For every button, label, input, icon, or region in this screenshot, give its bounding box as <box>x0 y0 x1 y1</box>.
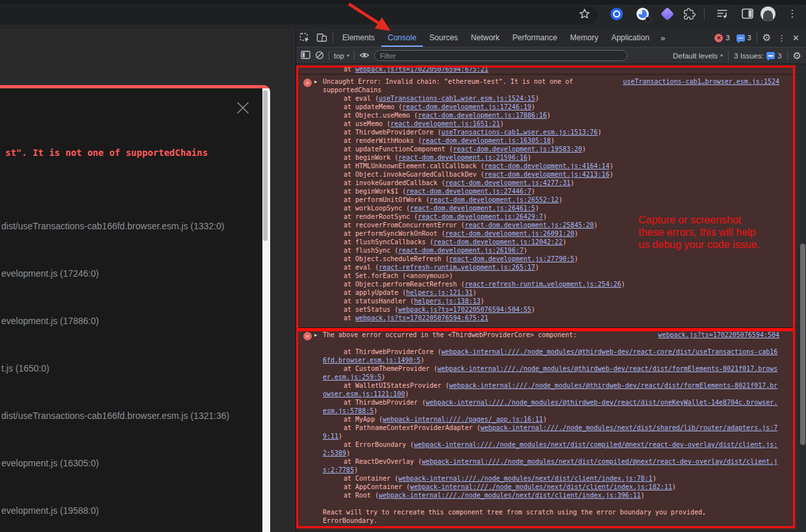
source-location-link[interactable]: react-dom.development.js:17886:16 <box>418 112 547 119</box>
source-location-link[interactable]: webpack.js?ts=1702205076594:675:21 <box>355 66 488 73</box>
overlay-scrollbar[interactable] <box>262 88 270 532</box>
device-toolbar-icon[interactable] <box>313 29 330 47</box>
live-expression-eye-icon[interactable] <box>359 51 370 61</box>
stack-frame-line: at HTMLUnknownElement.callCallback (reac… <box>323 162 779 170</box>
source-location-link[interactable]: react.development.js:1651:21 <box>390 120 500 127</box>
context-selector[interactable]: top ▾ <box>334 52 349 60</box>
issues-counter[interactable]: 3 Issues: 3 <box>734 52 781 60</box>
extension-record-icon[interactable] <box>609 6 624 21</box>
source-location-link[interactable]: react-dom.development.js:17246:19 <box>402 103 531 110</box>
toolbar-divider <box>704 8 705 19</box>
more-tabs-icon[interactable]: » <box>656 33 670 43</box>
message-count-badge[interactable]: 3 <box>737 34 751 42</box>
profile-avatar[interactable] <box>760 6 775 21</box>
overlay-scrollbar-thumb[interactable] <box>263 90 268 241</box>
extensions-puzzle-icon[interactable] <box>681 6 697 21</box>
browser-menu-kebab-icon[interactable]: ⋮ <box>785 6 800 21</box>
source-location-link[interactable]: helpers.js:121:31 <box>406 289 472 296</box>
error-stack: at ThirdwebProviderCore (webpack-interna… <box>323 348 779 500</box>
stack-frame-line: at eval (react-refresh-runtim…velopment.… <box>323 263 779 272</box>
error-source-link[interactable]: webpack.js?ts=1702205076594:504 <box>658 331 779 339</box>
error-stack: at eval (useTransactions-cab1…wser.esm.j… <box>323 94 779 322</box>
error-count-badge[interactable]: ✕ 3 <box>714 34 729 42</box>
source-location-link[interactable]: react-dom.development.js:4164:14 <box>485 162 610 170</box>
devtools-settings-gear-icon[interactable]: ⚙ <box>762 32 771 44</box>
source-location-link[interactable]: react-dom.development.js:26552:12 <box>429 196 559 203</box>
devtools-panel: ElementsConsoleSourcesNetworkPerformance… <box>296 29 806 532</box>
source-location-link[interactable]: react-dom.development.js:27446:7 <box>406 188 531 195</box>
side-panel-icon[interactable] <box>740 6 755 21</box>
source-location-link[interactable]: react-dom.development.js:25845:20 <box>465 222 594 229</box>
devtools-close-icon[interactable]: ✕ <box>792 33 800 43</box>
stack-frame-line: at webpack.js?ts=1702205076594:675:21 <box>323 314 779 322</box>
devtools-tab[interactable]: Memory <box>564 29 605 47</box>
extension-diamond-icon[interactable] <box>659 6 675 21</box>
source-location-link[interactable]: useTransactions-cab1…wser.esm.js:1524:15 <box>379 95 535 102</box>
clear-console-icon[interactable] <box>315 51 324 61</box>
devtools-menu-kebab-icon[interactable]: ⋮ <box>777 33 786 43</box>
overlay-frame-line: evelopment.js (19588:0) <box>1 505 99 516</box>
source-location-link[interactable]: webpack-internal:///./pages/_app.js:16:1… <box>383 416 543 423</box>
error-badge-icon: ✕ <box>714 34 723 42</box>
expand-triangle-icon[interactable]: ▶ <box>314 78 317 86</box>
inspect-element-icon[interactable] <box>296 29 313 47</box>
address-bar[interactable] <box>0 6 598 25</box>
source-location-link[interactable]: webpack-internal:///./node_modules/next/… <box>410 483 672 490</box>
stack-frame-line: at WalletUIStatesProvider (webpack-inter… <box>323 381 779 398</box>
log-levels-selector[interactable]: Default levels ▾ <box>673 52 723 60</box>
console-error-group-2: ✕ ▶ webpack.js?ts=1702205076594:504The a… <box>296 328 796 531</box>
source-location-link[interactable]: react-refresh-runtim…velopment.js:254:26 <box>465 281 622 288</box>
source-location-link[interactable]: react-dom.development.js:26196:7 <box>398 247 523 254</box>
source-location-link[interactable]: react-dom.development.js:19583:20 <box>453 146 583 153</box>
source-location-link[interactable]: webpack-internal:///./node_modules/next/… <box>379 492 640 499</box>
devtools-tabs: ElementsConsoleSourcesNetworkPerformance… <box>336 29 656 47</box>
overlay-stack-frames: dist/useTransactions-cab166fd.browser.es… <box>0 85 261 532</box>
expand-triangle-icon[interactable]: ▶ <box>314 331 317 340</box>
source-location-link[interactable]: webpack.js?ts=1702205076594:675:21 <box>355 314 488 322</box>
stack-frame-line: at updateFunctionComponent (react-dom.de… <box>323 145 779 153</box>
stack-frame-line: at beginWork (react-dom.development.js:2… <box>323 153 779 162</box>
stack-frame-line: at applyUpdate (helpers.js:121:31) <box>323 288 779 297</box>
devtools-tab[interactable]: Console <box>381 29 423 47</box>
devtools-tab[interactable]: Sources <box>423 29 464 47</box>
bookmark-star-icon[interactable] <box>577 6 592 21</box>
source-location-link[interactable]: react-dom.development.js:26429:7 <box>418 213 543 220</box>
error-message-text: The above error occurred in the <Thirdwe… <box>323 331 577 338</box>
source-location-link[interactable]: helpers.js:138:13 <box>414 298 480 305</box>
console-messages: at webpack.js?ts=1702205076594:675:21 ✕ … <box>296 64 806 532</box>
source-location-link[interactable]: react-dom.development.js:26091:20 <box>446 230 575 237</box>
error-message-text: Uncaught Error: Invalid chain: "ethereum… <box>323 78 573 85</box>
console-sidebar-toggle-icon[interactable] <box>301 51 310 60</box>
source-location-link[interactable]: react-refresh-runtim…velopment.js:265:17 <box>379 264 535 271</box>
error-message-text-2: supportedChains <box>323 86 779 94</box>
error-badge-count: 3 <box>725 34 729 42</box>
issues-count: 3 <box>777 52 781 60</box>
browser-window: ⋮ st". It is not one of supportedChains … <box>0 0 806 532</box>
source-location-link[interactable]: webpack.js?ts=1702205076594:504:55 <box>398 306 531 313</box>
media-controls-icon[interactable] <box>714 6 730 21</box>
stack-frame-line: at performSyncWorkOnRoot (react-dom.deve… <box>323 229 779 238</box>
source-location-link[interactable]: react-dom.development.js:4277:31 <box>446 179 571 186</box>
devtools-tab[interactable]: Performance <box>506 29 564 47</box>
stack-frame-line: at invokeGuardedCallback (react-dom.deve… <box>323 179 779 187</box>
source-location-link[interactable]: react-dom.development.js:16305:18 <box>422 137 551 144</box>
devtools-tab[interactable]: Elements <box>336 29 381 47</box>
error-source-link[interactable]: useTransactions-cab1…browser.esm.js:1524 <box>623 77 779 86</box>
console-settings-gear-icon[interactable]: ⚙ <box>793 50 801 62</box>
source-location-link[interactable]: react-dom.development.js:4213:16 <box>485 171 610 178</box>
toolbar-divider-c <box>728 51 729 60</box>
devtools-tab[interactable]: Application <box>605 29 656 47</box>
source-location-link[interactable]: useTransactions-cab1…wser.esm.js:1513:76 <box>442 129 598 136</box>
source-location-link[interactable]: react-dom.development.js:21596:16 <box>398 154 527 161</box>
source-location-link[interactable]: react-dom.development.js:27790:5 <box>449 255 575 262</box>
console-scrollbar-thumb[interactable] <box>800 244 805 445</box>
extension-pie-icon[interactable] <box>635 6 650 21</box>
source-location-link[interactable]: react-dom.development.js:26461:5 <box>410 205 535 212</box>
source-location-link[interactable]: webpack-internal:///./node_modules/next/… <box>398 475 652 482</box>
console-filter-input[interactable] <box>374 50 627 61</box>
overlay-frame-line: dist/useTransactions-cab166fd.browser.es… <box>1 221 224 231</box>
error-message-line: webpack.js?ts=1702205076594:504The above… <box>323 331 779 339</box>
source-location-link[interactable]: react-dom.development.js:12042:22 <box>433 238 562 246</box>
stack-frame-line: at workLoopSync (react-dom.development.j… <box>323 204 779 212</box>
devtools-tab[interactable]: Network <box>464 29 506 47</box>
